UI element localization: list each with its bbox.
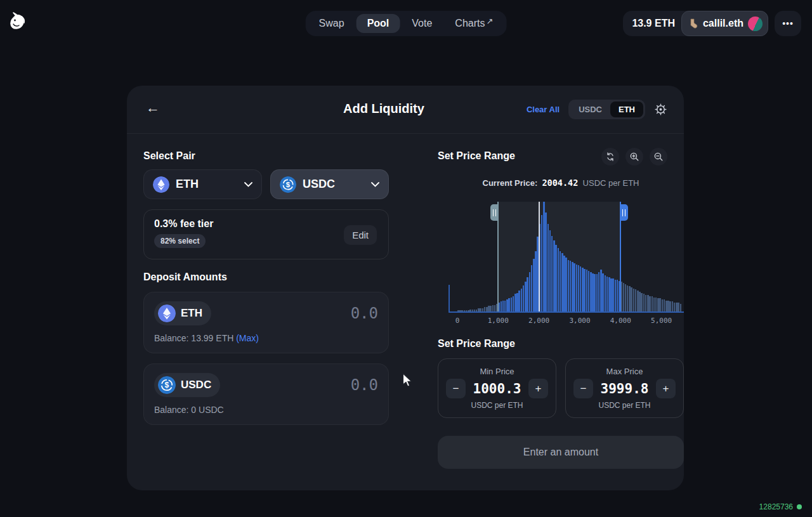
liquidity-bar — [502, 301, 504, 311]
uniswap-logo-icon[interactable] — [5, 10, 29, 34]
max-button[interactable]: (Max) — [236, 333, 259, 343]
liquidity-bar — [639, 292, 641, 311]
select-pair-heading: Select Pair — [143, 150, 195, 162]
block-number[interactable]: 12825736 — [759, 502, 802, 511]
liquidity-bar — [590, 272, 592, 311]
settings-gear-icon[interactable] — [654, 103, 667, 116]
max-price-increment-button[interactable]: + — [656, 379, 676, 398]
liquidity-bar — [549, 230, 551, 311]
set-price-range-subheading: Set Price Range — [438, 338, 515, 350]
deposit-row-eth: ETH 0.0 Balance: 13.99 ETH (Max) — [143, 292, 389, 353]
enter-amount-button[interactable]: Enter an amount — [438, 436, 684, 469]
x-axis-tick-label: 2,000 — [528, 317, 549, 325]
token-select-eth[interactable]: ETH — [143, 169, 262, 199]
max-range-handle[interactable] — [620, 204, 628, 221]
x-axis-tick-label: 1,000 — [488, 317, 509, 325]
liquidity-bar — [669, 301, 671, 311]
usdc-amount-input[interactable]: 0.0 — [351, 376, 378, 394]
min-range-handle[interactable] — [490, 204, 499, 221]
account-button[interactable]: callil.eth — [681, 11, 768, 36]
svg-text:$: $ — [286, 180, 291, 188]
liquidity-bar — [531, 265, 533, 311]
max-price-decrement-button[interactable]: − — [573, 379, 593, 398]
liquidity-bar — [641, 293, 643, 311]
liquidity-bar — [649, 296, 651, 311]
liquidity-bar — [655, 298, 657, 312]
nav-charts[interactable]: Charts↗ — [444, 14, 504, 33]
set-price-range-heading: Set Price Range — [438, 150, 515, 162]
deposit-token-usdc[interactable]: $ USDC — [154, 373, 220, 397]
toggle-eth[interactable]: ETH — [610, 101, 643, 117]
min-price-increment-button[interactable]: + — [528, 379, 548, 398]
nav-pool[interactable]: Pool — [357, 14, 400, 33]
liquidity-bar — [464, 310, 466, 311]
liquidity-bar — [474, 310, 476, 312]
liquidity-chart[interactable]: 01,0002,0003,0004,0005,000 — [438, 200, 684, 327]
liquidity-bar — [653, 298, 655, 312]
wallet-balance: 13.9 ETH — [632, 18, 681, 29]
liquidity-bar — [652, 296, 653, 311]
liquidity-bar — [676, 303, 678, 311]
main-nav: Swap Pool Vote Charts↗ — [306, 11, 507, 36]
clear-all-button[interactable]: Clear All — [527, 105, 560, 114]
liquidity-bar — [578, 265, 580, 311]
liquidity-bar — [598, 272, 600, 311]
more-menu-button[interactable]: ••• — [775, 11, 801, 36]
liquidity-bar — [647, 295, 649, 311]
liquidity-bar — [635, 289, 637, 311]
zoom-in-icon[interactable] — [625, 148, 643, 166]
liquidity-bar — [594, 274, 596, 311]
page-title: Add Liquidity — [298, 101, 469, 116]
liquidity-bar — [680, 304, 682, 311]
current-price-line — [539, 202, 540, 311]
toggle-usdc[interactable]: USDC — [570, 101, 610, 117]
liquidity-bar — [527, 277, 528, 311]
liquidity-bar — [610, 278, 612, 311]
min-price-box: Min Price − 1000.3 + USDC per ETH — [438, 358, 556, 418]
liquidity-bar — [506, 299, 508, 311]
liquidity-bar — [573, 263, 575, 311]
fee-tier-box: 0.3% fee tier 82% select Edit — [143, 209, 389, 259]
nav-swap[interactable]: Swap — [308, 14, 355, 33]
usdc-balance: Balance: 0 USDC — [154, 405, 378, 415]
max-price-input[interactable]: 3999.8 — [601, 381, 649, 396]
svg-text:$: $ — [165, 381, 169, 389]
liquidity-bar — [631, 287, 632, 311]
nav-vote[interactable]: Vote — [401, 14, 443, 33]
liquidity-bar — [533, 259, 535, 311]
liquidity-bar — [523, 285, 525, 312]
token-select-usdc[interactable]: $ USDC — [270, 169, 389, 199]
back-arrow-icon[interactable]: ← — [146, 100, 160, 116]
liquidity-bar — [572, 262, 573, 311]
block-status-dot — [797, 504, 802, 509]
liquidity-bar — [516, 293, 518, 311]
deposit-token-eth[interactable]: ETH — [154, 301, 211, 325]
edit-fee-button[interactable]: Edit — [344, 225, 377, 245]
wallet-pill[interactable]: 13.9 ETH callil.eth — [623, 11, 768, 36]
liquidity-bar — [553, 240, 555, 312]
deposit-amounts-heading: Deposit Amounts — [143, 272, 227, 283]
liquidity-bar — [565, 258, 567, 311]
chevron-down-icon — [371, 182, 379, 187]
chevron-down-icon — [244, 182, 252, 187]
zoom-out-icon[interactable] — [650, 148, 667, 166]
liquidity-bar — [476, 310, 478, 312]
token-symbol: USDC — [303, 178, 365, 191]
liquidity-bar — [657, 298, 659, 311]
liquidity-bar — [459, 310, 461, 311]
y-axis-line — [449, 285, 450, 313]
liquidity-bar — [490, 306, 492, 311]
current-price-value: 2004.42 — [542, 178, 578, 188]
liquidity-bar — [667, 301, 669, 311]
eth-amount-input[interactable]: 0.0 — [351, 304, 378, 322]
min-price-label: Min Price — [480, 367, 514, 376]
liquidity-chart-plot[interactable] — [457, 202, 684, 311]
liquidity-bar — [570, 261, 572, 311]
liquidity-bar — [674, 303, 676, 311]
min-price-input[interactable]: 1000.3 — [473, 381, 521, 396]
refresh-range-icon[interactable] — [601, 148, 619, 166]
token-symbol: ETH — [181, 307, 202, 320]
liquidity-bar — [543, 202, 545, 311]
min-price-decrement-button[interactable]: − — [446, 379, 466, 398]
liquidity-bar — [541, 215, 543, 311]
